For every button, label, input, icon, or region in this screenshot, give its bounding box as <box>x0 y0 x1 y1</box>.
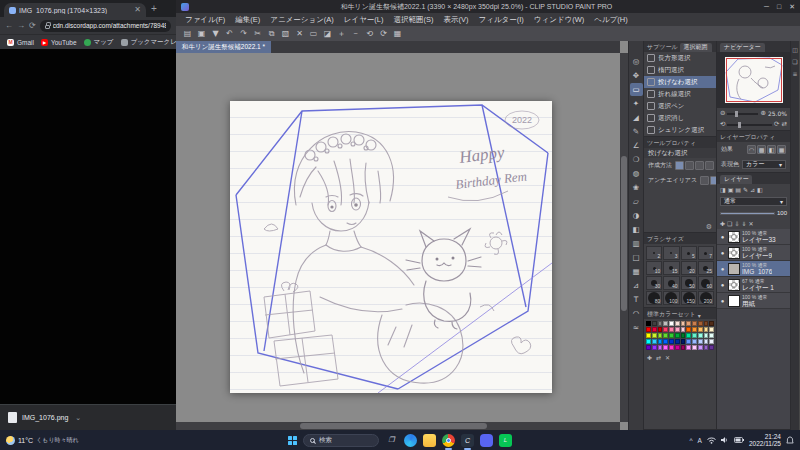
move-tool[interactable]: ✥ <box>630 69 643 82</box>
border-effect-icon[interactable]: ◠ <box>747 145 756 154</box>
brush-size-tile[interactable]: 2 <box>646 246 662 260</box>
layer-visibility-eye-icon[interactable]: ● <box>719 234 726 240</box>
color-swatch[interactable] <box>663 345 668 350</box>
color-swatch[interactable] <box>669 327 674 332</box>
color-swatch[interactable] <box>704 339 709 344</box>
airbrush-tool[interactable]: ◍ <box>630 167 643 180</box>
new-tab-button[interactable]: + <box>151 4 157 14</box>
extract-line-effect-icon[interactable]: ▦ <box>777 145 786 154</box>
menu-item[interactable]: 表示(V) <box>439 15 474 25</box>
navigator-zoom-slider[interactable] <box>727 113 758 115</box>
creation-method-subtract-icon[interactable] <box>695 161 704 170</box>
menu-item[interactable]: 選択範囲(S) <box>389 15 439 25</box>
brush-size-tile[interactable]: 7 <box>698 246 714 260</box>
blend-mode-select[interactable]: 通常 ▾ <box>720 197 787 206</box>
ime-indicator[interactable]: A <box>698 437 702 444</box>
chrome-icon[interactable] <box>442 434 455 447</box>
maximize-button[interactable]: □ <box>777 3 781 11</box>
color-swatch[interactable] <box>663 327 668 332</box>
brush-tool[interactable]: ❍ <box>630 153 643 166</box>
menu-item[interactable]: 編集(E) <box>230 15 265 25</box>
vertical-scrollbar[interactable] <box>620 53 628 422</box>
layer-row[interactable]: ● 100 % 通常 用紙 <box>717 293 790 309</box>
color-swatch[interactable] <box>646 345 651 350</box>
weather-widget[interactable]: 11°C くもり時々晴れ <box>6 436 79 445</box>
bookmark-bookmarklet[interactable]: ブックマークレット <box>121 38 177 47</box>
color-swatch[interactable] <box>709 321 714 326</box>
set-as-draft-icon[interactable]: ✎ <box>743 186 748 193</box>
bookmark-map[interactable]: マップ <box>84 38 114 47</box>
taskbar-search-box[interactable]: 検索 <box>303 434 379 447</box>
color-set-dropdown-icon[interactable]: ▾ <box>698 312 701 319</box>
creation-method-new-icon[interactable] <box>675 161 684 170</box>
tone-effect-icon[interactable]: ▩ <box>757 145 766 154</box>
antialias-none-icon[interactable] <box>700 176 709 185</box>
download-options-caret-icon[interactable]: ⌄ <box>75 414 81 422</box>
edge-icon[interactable] <box>404 434 417 447</box>
navigator-rotate-slider[interactable] <box>727 124 772 126</box>
color-swatch[interactable] <box>675 345 680 350</box>
brush-size-tile[interactable]: 60 <box>698 276 714 290</box>
close-button[interactable]: ✕ <box>789 3 795 11</box>
taskbar-clock[interactable]: 21:24 2022/11/25 <box>749 433 781 448</box>
layer-color-icon[interactable]: ◧ <box>757 186 763 193</box>
battery-icon[interactable] <box>734 437 744 443</box>
brush-size-tile[interactable]: 50 <box>681 276 697 290</box>
replace-color-icon[interactable]: ⇄ <box>656 354 661 361</box>
color-swatch[interactable] <box>663 321 668 326</box>
layer-visibility-eye-icon[interactable]: ● <box>719 250 726 256</box>
navigator-rotate-right-icon[interactable]: ⟳ <box>774 121 779 128</box>
save-icon[interactable]: ▼ <box>209 27 222 40</box>
selection-tool[interactable]: ▭ <box>630 83 643 96</box>
new-file-icon[interactable]: ▤ <box>181 27 194 40</box>
fill-tool[interactable]: ◧ <box>630 223 643 236</box>
color-swatch[interactable] <box>658 321 663 326</box>
layer-visibility-eye-icon[interactable]: ● <box>719 282 726 288</box>
brush-size-tile[interactable]: 100 <box>663 291 679 305</box>
color-swatch[interactable] <box>681 327 686 332</box>
horizontal-scrollbar[interactable] <box>176 422 620 430</box>
deselect-icon[interactable]: ▭ <box>307 27 320 40</box>
tab-close-icon[interactable]: ✕ <box>134 6 141 14</box>
navigator-zoom-out-icon[interactable]: ⊖ <box>720 110 725 117</box>
subtool-tab-selection[interactable]: 選択範囲 <box>680 43 712 52</box>
color-swatch[interactable] <box>675 339 680 344</box>
bookmark-gmail[interactable]: M Gmail <box>7 39 34 46</box>
menu-item[interactable]: レイヤー(L) <box>339 15 389 25</box>
new-folder-icon[interactable]: ❏ <box>727 220 732 227</box>
color-swatch[interactable] <box>698 339 703 344</box>
delete-color-icon[interactable]: ✕ <box>665 354 670 361</box>
subtool-item[interactable]: 選択消し <box>644 112 716 124</box>
color-swatch[interactable] <box>669 345 674 350</box>
navigator-preview[interactable] <box>717 52 790 108</box>
layer-row[interactable]: ● 100 % 通常 レイヤー9 <box>717 245 790 261</box>
pen-tool[interactable]: ✎ <box>630 125 643 138</box>
color-swatch[interactable] <box>669 339 674 344</box>
color-swatch[interactable] <box>646 327 651 332</box>
color-swatch[interactable] <box>692 327 697 332</box>
subtool-item[interactable]: 選択ペン <box>644 100 716 112</box>
navigator-flip-icon[interactable]: ⇄ <box>782 121 787 128</box>
subtool-item[interactable]: 投げなわ選択 <box>644 76 716 88</box>
lock-alpha-icon[interactable]: ▤ <box>735 186 741 193</box>
brush-size-tile[interactable]: 40 <box>663 276 679 290</box>
brush-size-tile[interactable]: 150 <box>681 291 697 305</box>
delete-layer-icon[interactable]: ✕ <box>748 220 753 227</box>
navigator-zoom-in-icon[interactable]: ⊕ <box>760 110 765 117</box>
explorer-icon[interactable] <box>423 434 436 447</box>
color-swatch[interactable] <box>686 327 691 332</box>
color-swatch[interactable] <box>686 339 691 344</box>
color-swatch[interactable] <box>704 321 709 326</box>
color-swatch[interactable] <box>681 345 686 350</box>
brush-size-tile[interactable]: 15 <box>663 261 679 275</box>
document-tab[interactable]: 和牛リン誕生祭候補2022.1 * <box>176 41 271 53</box>
history-dock-icon[interactable]: ≡ <box>792 70 797 77</box>
color-swatch[interactable] <box>709 345 714 350</box>
decoration-tool[interactable]: ❀ <box>630 181 643 194</box>
layer-row[interactable]: ● 100 % 通常 IMG_1076 <box>717 261 790 277</box>
color-swatch[interactable] <box>646 339 651 344</box>
task-view-icon[interactable]: ❐ <box>385 434 398 447</box>
color-swatch[interactable] <box>675 327 680 332</box>
menu-item[interactable]: ヘルプ(H) <box>589 15 632 25</box>
layer-color-effect-icon[interactable]: ◧ <box>767 145 776 154</box>
